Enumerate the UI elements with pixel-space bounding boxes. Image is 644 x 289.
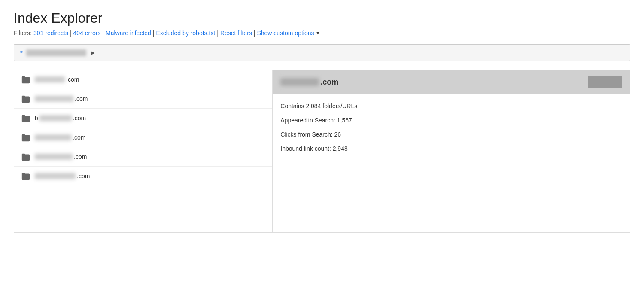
blurred-domain-5 (35, 154, 73, 160)
domain-suffix-4: .com (73, 134, 85, 141)
dropdown-arrow-icon[interactable]: ▼ (316, 30, 321, 36)
page-title: Index Explorer (14, 10, 630, 26)
stat-appeared-search: Appeared in Search: 1,567 (280, 116, 622, 125)
list-item[interactable]: .com (14, 70, 272, 89)
filter-excluded-robots[interactable]: Excluded by robots.txt (156, 30, 216, 37)
folder-icon (21, 75, 30, 84)
right-header-action-button[interactable] (588, 76, 622, 88)
search-bar: * ▶ (14, 44, 630, 61)
domain-suffix-5: .com (74, 153, 87, 160)
list-item-text: .com (35, 76, 79, 83)
blurred-domain-2 (35, 96, 73, 102)
filter-301-redirects[interactable]: 301 redirects (33, 30, 68, 37)
domain-prefix-3: b (35, 115, 38, 122)
list-item[interactable]: b .com (14, 109, 272, 128)
blurred-domain-3 (39, 115, 72, 121)
list-item-text: .com (35, 95, 88, 102)
search-expand-arrow[interactable]: ▶ (91, 49, 95, 56)
list-item[interactable]: .com (14, 167, 272, 186)
list-item[interactable]: .com (14, 147, 272, 167)
list-item[interactable]: .com (14, 128, 272, 147)
sep-2: | (102, 30, 104, 37)
filters-bar: Filters: 301 redirects | 404 errors | Ma… (14, 30, 630, 37)
filter-malware-infected[interactable]: Malware infected (106, 30, 151, 37)
filter-reset-filters[interactable]: Reset filters (220, 30, 252, 37)
stat-folders-urls: Contains 2,084 folders/URLs (280, 102, 622, 111)
folder-icon (21, 114, 30, 122)
main-table: .com .com b .com (14, 70, 630, 233)
filter-show-custom-options[interactable]: Show custom options (257, 30, 314, 37)
stat-clicks-search: Clicks from Search: 26 (280, 130, 622, 139)
search-text-blurred (26, 49, 86, 56)
right-panel: .com Contains 2,084 folders/URLs Appeare… (273, 70, 630, 232)
list-item-text: .com (35, 153, 87, 160)
list-item-text: .com (35, 134, 85, 141)
right-header-domain-suffix: .com (320, 78, 338, 87)
search-asterisk: * (20, 49, 23, 56)
domain-suffix-3: .com (73, 115, 86, 122)
folder-icon (21, 133, 30, 142)
folder-icon (21, 152, 30, 161)
stat-inbound-link-count: Inbound link count: 2,948 (280, 144, 622, 153)
right-header-domain-blurred (280, 78, 319, 86)
sep-1: | (70, 30, 72, 37)
list-item-text: .com (35, 173, 90, 179)
folder-icon (21, 94, 30, 103)
filter-404-errors[interactable]: 404 errors (73, 30, 101, 37)
right-header-title: .com (280, 78, 338, 87)
blurred-domain-4 (35, 134, 71, 140)
folder-icon (21, 172, 30, 180)
sep-5: | (254, 30, 255, 37)
blurred-domain-6 (35, 173, 76, 179)
sep-3: | (153, 30, 155, 37)
domain-suffix-6: .com (77, 173, 90, 179)
blurred-domain-1 (35, 76, 65, 82)
filters-label: Filters: (14, 30, 32, 37)
domain-suffix-1: .com (66, 76, 79, 83)
list-item-text: b .com (35, 115, 86, 122)
right-panel-body: Contains 2,084 folders/URLs Appeared in … (273, 94, 630, 232)
list-item[interactable]: .com (14, 89, 272, 109)
left-panel: .com .com b .com (14, 70, 273, 232)
domain-suffix-2: .com (75, 95, 88, 102)
right-panel-header: .com (273, 70, 630, 94)
sep-4: | (217, 30, 219, 37)
